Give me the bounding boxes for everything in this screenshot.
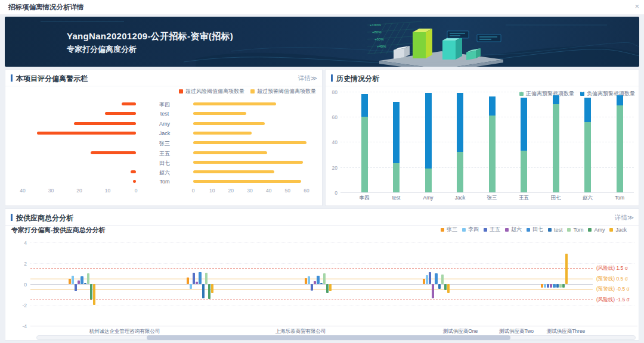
bar-王五 xyxy=(547,284,549,288)
legend-item[interactable]: 王五 xyxy=(484,226,500,233)
legend-swatch xyxy=(567,228,571,232)
x-axis-tick-label: 40 xyxy=(17,188,29,194)
legend-swatch xyxy=(548,228,552,232)
y-axis-tick-label: 80 xyxy=(326,89,338,95)
bar-田七 xyxy=(553,284,555,288)
legend-swatch xyxy=(588,228,592,232)
legend-swatch xyxy=(527,228,530,232)
bar-田七 xyxy=(199,272,201,283)
legend-label: 超过预警阈值偏离项数量 xyxy=(257,88,316,95)
panel-project-deviation: 本项目评分偏离警示栏 详情≫ 超过风险阈值偏离项数量超过预警阈值偏离项数量李四t… xyxy=(5,69,323,206)
x-axis-tick-label: 10 xyxy=(206,188,218,194)
bar-risk xyxy=(105,112,136,115)
bar-Jack xyxy=(211,284,213,293)
bar-test xyxy=(320,283,323,284)
bar-warning xyxy=(193,180,301,183)
legend-item[interactable]: 田七 xyxy=(527,226,543,233)
legend-item[interactable]: 赵六 xyxy=(505,226,522,233)
bar-negative xyxy=(361,94,368,117)
x-axis-line xyxy=(30,326,637,326)
x-axis-tick-label: 0 xyxy=(130,188,142,194)
bar-田七 xyxy=(317,276,319,284)
bar-negative xyxy=(457,93,463,152)
bar-田七 xyxy=(435,273,437,284)
bar-Jack xyxy=(565,254,568,284)
y-axis-tick-label: 4 xyxy=(14,240,27,246)
legend-swatch xyxy=(505,228,509,232)
legend-item[interactable]: Tom xyxy=(567,227,583,233)
bar-王五 xyxy=(429,272,431,283)
bar-positive xyxy=(457,152,463,192)
banner-axis-label: +60% xyxy=(374,38,384,41)
gridline xyxy=(30,305,634,305)
bar-positive xyxy=(553,104,559,192)
bar-risk xyxy=(131,170,137,173)
x-axis-tick-label: 20 xyxy=(225,188,237,194)
bar-赵六 xyxy=(432,284,434,299)
bar-Amy xyxy=(90,284,92,300)
legend-label: 赵六 xyxy=(511,226,522,233)
bar-李四 xyxy=(190,284,192,289)
y-axis-tick-label: -4 xyxy=(14,323,27,329)
legend-item[interactable]: 超过预警阈值偏离项数量 xyxy=(250,88,316,95)
row-label: 李四 xyxy=(136,101,193,109)
reference-line-label: (风险线) 1.5 σ xyxy=(596,265,628,272)
reference-line-label: (风险线) -1.5 σ xyxy=(596,297,630,304)
y-axis-tick-label: 60 xyxy=(326,114,338,120)
banner: +100%+80%+60%+40% YangNan20201209-公开招标-资… xyxy=(5,17,639,67)
bar-positive xyxy=(584,122,591,192)
x-axis-category-label: Jack xyxy=(447,195,473,201)
x-axis-tick-label: 20 xyxy=(73,188,85,194)
bar-张三 xyxy=(541,284,543,288)
legend-item[interactable]: Jack xyxy=(609,227,627,233)
close-icon[interactable]: × xyxy=(634,2,639,11)
banner-axis-label: +40% xyxy=(377,45,386,48)
y-axis-tick-label: 2 xyxy=(14,261,27,267)
bar-test xyxy=(556,284,559,288)
bar-李四 xyxy=(544,284,546,288)
legend-item[interactable]: Amy xyxy=(588,227,605,233)
legend-swatch xyxy=(441,228,444,232)
bar-Tom xyxy=(205,273,208,283)
y-axis-tick-label: -2 xyxy=(14,303,27,308)
legend-swatch xyxy=(580,92,584,96)
x-axis-category-label: 李四 xyxy=(351,195,377,202)
legend-label: 李四 xyxy=(468,226,479,233)
bar-Amy xyxy=(562,284,565,288)
bar-warning xyxy=(193,122,265,125)
legend-label: test xyxy=(554,227,563,233)
bar-Tom xyxy=(441,275,444,284)
legend-item[interactable]: 张三 xyxy=(441,226,457,233)
x-axis-category-label: Amy xyxy=(415,195,441,201)
bar-Tom xyxy=(323,273,326,284)
datazoom-thumb[interactable] xyxy=(147,335,510,340)
x-axis-tick-label: 30 xyxy=(45,188,57,194)
bar-王五 xyxy=(75,284,77,291)
bar-Jack xyxy=(447,284,450,294)
bar-warning xyxy=(193,112,246,115)
bar-negative xyxy=(489,96,496,116)
legend-item[interactable]: 超过风险阈值偏离项数量 xyxy=(179,88,244,95)
legend-item[interactable]: test xyxy=(548,227,563,233)
y-axis-tick-label: 20 xyxy=(326,165,338,171)
x-axis-category-label: 杭州诚达企业管理咨询有限公司 xyxy=(65,328,184,335)
bar-张三 xyxy=(187,277,189,284)
legend-label: 王五 xyxy=(490,226,500,233)
legend-item[interactable]: 李四 xyxy=(462,226,479,233)
chart-legend: 张三李四王五赵六田七testTomAmyJack xyxy=(441,226,627,233)
bar-张三 xyxy=(423,279,425,284)
bar-negative xyxy=(393,102,400,164)
panel-supplier-analysis: 按供应商总分分析 详情≫ 专家打分偏离-按供应商总分分析 张三李四王五赵六田七t… xyxy=(5,208,639,341)
banner-subtitle: 专家打分偏离度分析 xyxy=(67,44,137,55)
bar-warning xyxy=(193,141,306,144)
bar-王五 xyxy=(193,273,195,283)
legend-label: Tom xyxy=(573,227,583,233)
gridline xyxy=(30,263,634,264)
x-axis-category-label: 赵六 xyxy=(575,195,601,202)
bar-李四 xyxy=(426,275,428,284)
bar-positive xyxy=(425,169,432,192)
bar-赵六 xyxy=(196,282,198,284)
bar-Amy xyxy=(326,284,329,294)
supplier-deviation-chart: 张三李四王五赵六田七testTomAmyJack420-2-4(风险线) 1.5… xyxy=(5,209,639,340)
x-axis-tick-label: 60 xyxy=(301,188,312,194)
